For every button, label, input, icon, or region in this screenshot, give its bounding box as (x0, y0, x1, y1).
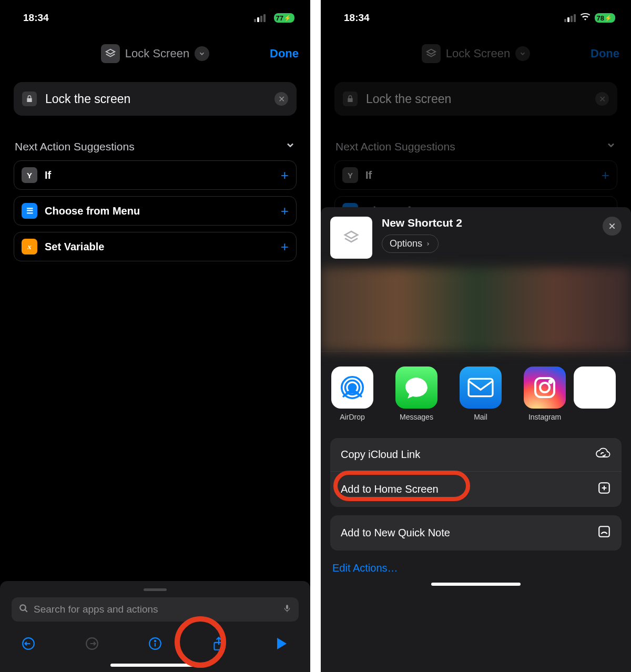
clock: 18:34 (23, 12, 49, 24)
share-app-messages[interactable]: Messages (394, 366, 439, 421)
clock: 18:34 (344, 12, 370, 24)
status-bar: 18:34 78⚡ (321, 0, 631, 28)
share-app-more[interactable] (587, 366, 603, 421)
share-actions-list: Add to New Quick Note (330, 515, 622, 551)
play-icon (277, 638, 287, 649)
cloud-link-icon (595, 447, 611, 462)
share-app-airdrop[interactable]: AirDrop (330, 366, 374, 421)
shortcut-icon (422, 44, 441, 63)
svg-point-7 (155, 640, 156, 642)
microphone-icon[interactable] (283, 603, 291, 616)
lock-icon (22, 91, 37, 106)
add-button[interactable]: + (281, 203, 289, 219)
svg-line-1 (25, 609, 27, 612)
battery-indicator: 77⚡ (274, 13, 294, 23)
grabber[interactable] (144, 588, 167, 591)
info-button[interactable] (146, 634, 165, 653)
run-button[interactable] (272, 634, 291, 653)
done-button[interactable]: Done (591, 47, 619, 60)
wifi-icon (580, 12, 591, 24)
svg-point-0 (20, 605, 26, 610)
share-title: New Shortcut 2 (382, 217, 593, 229)
nav-title-group[interactable]: Lock Screen (101, 44, 209, 63)
options-button[interactable]: Options (382, 235, 439, 253)
branch-icon: Y (342, 167, 358, 183)
clear-button: ✕ (595, 92, 609, 106)
share-sheet: New Shortcut 2 Options AirDrop (321, 207, 631, 672)
add-square-icon (597, 481, 611, 497)
search-icon (19, 604, 28, 615)
redo-button (83, 634, 101, 653)
action-label: Lock the screen (45, 92, 266, 106)
suggestion-item[interactable]: x Set Variable + (14, 232, 297, 261)
home-indicator[interactable] (110, 664, 200, 667)
suggestion-item: Y If + (334, 160, 617, 190)
variable-icon: x (22, 239, 37, 254)
lock-icon (343, 91, 358, 106)
cellular-icon (564, 14, 576, 22)
chevron-down-icon[interactable] (195, 46, 209, 61)
search-input[interactable]: Search for apps and actions (12, 597, 299, 622)
share-actions-list: Copy iCloud Link Add to Home Screen (330, 438, 622, 507)
instagram-icon (524, 366, 566, 409)
nav-title: Lock Screen (125, 47, 189, 60)
cellular-icon (254, 14, 266, 22)
home-indicator[interactable] (431, 583, 521, 586)
suggestion-item[interactable]: Y If + (14, 160, 297, 190)
nav-bar: Lock Screen Done (0, 38, 310, 69)
battery-indicator: 78⚡ (595, 13, 615, 23)
bottom-panel: Search for apps and actions (0, 581, 310, 672)
undo-button[interactable] (19, 634, 38, 653)
add-button[interactable]: + (281, 167, 289, 184)
mail-icon (460, 366, 502, 409)
svg-point-17 (549, 381, 552, 383)
suggestions-header: Next Action Suggestions (321, 140, 631, 153)
action-card: Lock the screen ✕ (334, 82, 617, 116)
phone-left: 18:34 77⚡ Lock Screen Done Lock the scre… (0, 0, 310, 672)
close-button[interactable] (603, 217, 622, 236)
messages-icon (395, 366, 437, 409)
contacts-row[interactable] (321, 267, 631, 351)
menu-icon: ☰ (22, 203, 37, 219)
svg-rect-14 (469, 379, 493, 396)
suggestion-item[interactable]: ☰ Choose from Menu + (14, 196, 297, 226)
note-icon (597, 525, 611, 541)
done-button[interactable]: Done (270, 47, 299, 60)
share-action-copy-link[interactable]: Copy iCloud Link (330, 438, 622, 471)
status-right: 77⚡ (254, 12, 294, 24)
chevron-down-icon (606, 140, 616, 153)
more-icon (574, 366, 616, 409)
chevron-down-icon (285, 140, 296, 153)
status-bar: 18:34 77⚡ (0, 0, 310, 28)
phone-right: 18:34 78⚡ Lock Screen Done Lock (321, 0, 631, 672)
share-app-mail[interactable]: Mail (459, 366, 503, 421)
suggestions-header[interactable]: Next Action Suggestions (0, 140, 310, 153)
clear-button[interactable]: ✕ (274, 92, 288, 106)
svg-point-16 (540, 383, 549, 392)
shortcut-thumbnail (330, 217, 372, 259)
toolbar (0, 622, 310, 658)
share-action-quick-note[interactable]: Add to New Quick Note (330, 515, 622, 551)
nav-bar: Lock Screen Done (321, 38, 631, 69)
apps-row: AirDrop Messages Mail Instagram (321, 352, 631, 431)
svg-rect-2 (286, 605, 288, 609)
shortcut-icon (101, 44, 120, 63)
add-button[interactable]: + (281, 239, 289, 255)
action-card[interactable]: Lock the screen ✕ (14, 82, 297, 116)
share-button[interactable] (209, 634, 228, 653)
share-action-add-home[interactable]: Add to Home Screen (330, 471, 622, 507)
chevron-down-icon (515, 46, 530, 61)
share-header: New Shortcut 2 Options (321, 207, 631, 267)
suggestions-list: Y If + ☰ Choose from Menu + x Set Variab… (0, 153, 310, 261)
share-app-instagram[interactable]: Instagram (523, 366, 567, 421)
edit-actions-link[interactable]: Edit Actions… (332, 562, 619, 574)
status-right: 78⚡ (564, 12, 615, 24)
airdrop-icon (331, 366, 373, 409)
branch-icon: Y (22, 167, 37, 183)
